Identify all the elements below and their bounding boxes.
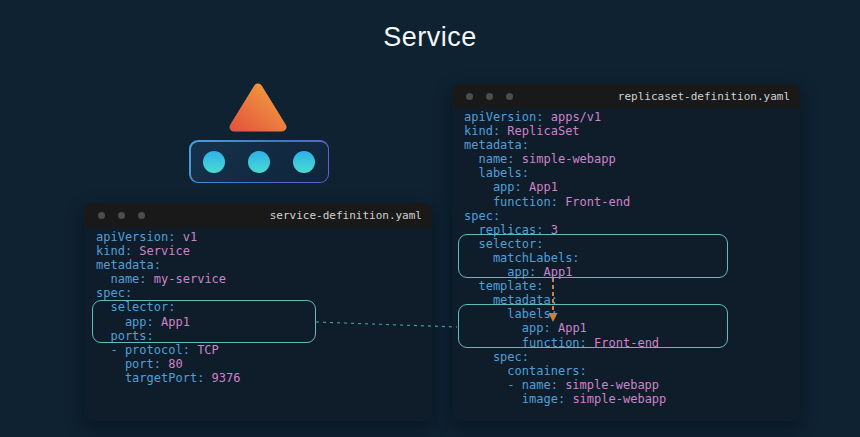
service-triangle-icon bbox=[225, 79, 291, 137]
code-line: port: 80 bbox=[96, 357, 432, 371]
window-dot-icon bbox=[506, 93, 513, 100]
code-line: labels: bbox=[464, 166, 800, 180]
slide: Service service-definition.yaml apiVe bbox=[0, 0, 860, 437]
window-service-definition: service-definition.yaml apiVersion: v1ki… bbox=[84, 203, 432, 421]
filename-label: replicaset-definition.yaml bbox=[618, 90, 790, 103]
window-dot-icon bbox=[98, 212, 105, 219]
window-dots-icon bbox=[466, 93, 513, 100]
code-line: - name: simple-webapp bbox=[464, 378, 800, 392]
code-line: apiVersion: v1 bbox=[96, 230, 432, 244]
code-line: metadata: bbox=[464, 138, 800, 152]
yaml-code-service: apiVersion: v1kind: Servicemetadata: nam… bbox=[84, 228, 432, 421]
pod-circle-icon bbox=[293, 151, 315, 173]
code-line: spec: bbox=[464, 350, 800, 364]
code-line: - protocol: TCP bbox=[96, 343, 432, 357]
code-line: kind: Service bbox=[96, 244, 432, 258]
window-dots-icon bbox=[98, 212, 145, 219]
code-line: containers: bbox=[464, 364, 800, 378]
code-line: ports: bbox=[96, 329, 432, 343]
window-dot-icon bbox=[466, 93, 473, 100]
code-line: selector: bbox=[464, 237, 800, 251]
code-line: function: Front-end bbox=[464, 195, 800, 209]
window-dot-icon bbox=[486, 93, 493, 100]
code-line: selector: bbox=[96, 300, 432, 314]
code-line: app: App1 bbox=[464, 321, 800, 335]
titlebar: replicaset-definition.yaml bbox=[452, 84, 800, 108]
pod-group-box bbox=[191, 142, 328, 182]
code-line: name: simple-webapp bbox=[464, 152, 800, 166]
code-line: spec: bbox=[464, 209, 800, 223]
code-line: function: Front-end bbox=[464, 336, 800, 350]
code-line: kind: ReplicaSet bbox=[464, 124, 800, 138]
code-line: matchLabels: bbox=[464, 251, 800, 265]
yaml-code-replicaset: apiVersion: apps/v1kind: ReplicaSetmetad… bbox=[452, 108, 800, 421]
code-line: labels: bbox=[464, 307, 800, 321]
page-title: Service bbox=[0, 22, 860, 53]
window-dot-icon bbox=[118, 212, 125, 219]
titlebar: service-definition.yaml bbox=[84, 203, 432, 228]
code-line: spec: bbox=[96, 286, 432, 300]
code-line: app: App1 bbox=[464, 265, 800, 279]
code-line: template: bbox=[464, 279, 800, 293]
code-line: image: simple-webapp bbox=[464, 392, 800, 406]
code-line: app: App1 bbox=[464, 180, 800, 194]
pod-circle-icon bbox=[203, 151, 225, 173]
pod-group bbox=[189, 140, 329, 183]
code-line: metadata: bbox=[96, 258, 432, 272]
code-line: app: App1 bbox=[96, 315, 432, 329]
code-line: apiVersion: apps/v1 bbox=[464, 110, 800, 124]
code-line: metadata: bbox=[464, 293, 800, 307]
filename-label: service-definition.yaml bbox=[270, 209, 422, 222]
code-line: targetPort: 9376 bbox=[96, 371, 432, 385]
pod-circle-icon bbox=[248, 151, 270, 173]
window-replicaset-definition: replicaset-definition.yaml apiVersion: a… bbox=[452, 84, 800, 421]
code-line: replicas: 3 bbox=[464, 223, 800, 237]
code-line: name: my-service bbox=[96, 272, 432, 286]
window-dot-icon bbox=[138, 212, 145, 219]
